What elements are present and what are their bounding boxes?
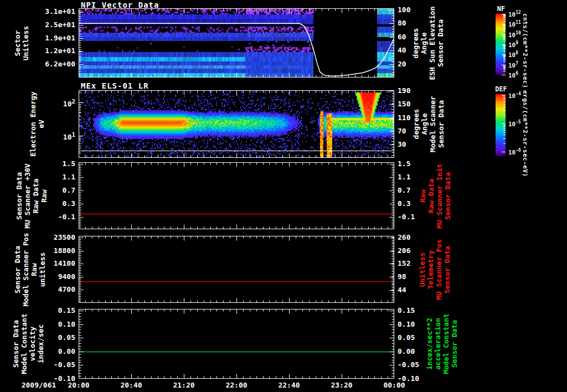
panel4-right-axis-label: Unitless Telemetry MU Scanner Pos Sensor… — [419, 239, 452, 300]
x-tick-label: 21:20 — [166, 381, 202, 389]
panel3-y-axis-label: Sensor Data MU Scanner +30V Raw Data Raw — [16, 163, 49, 228]
colorbar-tick-label: 107 — [508, 61, 518, 69]
y-tick-label-left: 1.2e+01 — [30, 47, 75, 55]
colorbar-tick-label: 1011 — [508, 20, 521, 28]
y-tick-label-left: -0.10 — [30, 374, 75, 383]
panel1-right-axis-label: degrees Angle ESH Sun Elevation Sensor D… — [412, 6, 445, 80]
y-tick-label-left: 3.1e+01 — [30, 7, 75, 16]
y-tick-label-right: -0.10 — [398, 374, 443, 383]
colorbar-tick-label: 1012 — [508, 10, 521, 18]
y-tick-label-left: 6.2e+00 — [30, 60, 75, 68]
model-constant-velocity-plot-canvas — [79, 309, 394, 379]
y-tick-label-left: 2.5e+01 — [30, 20, 75, 29]
colorbar-tick-label: 1010 — [508, 30, 521, 39]
nf-colorbar-units: cnts/(cm**2-sr-sec) — [522, 13, 529, 88]
def-colorbar — [496, 93, 509, 157]
panel4-y-axis-label: Sensor Data Model Scanner Pos Raw unitle… — [14, 233, 47, 306]
science-plot-screen: NPI Vector Data MEx ELS-01 LR NF DEF cnt… — [0, 0, 567, 392]
colorbar-tick-label: 10-6 — [508, 148, 521, 156]
colorbar-tick-label: 106 — [508, 71, 518, 79]
x-tick-label: 22:00 — [218, 381, 255, 389]
panel1-y-axis-label: Sector Unitless — [14, 25, 30, 60]
panel2-title: MEx ELS-01 LR — [81, 81, 149, 90]
panel2-right-axis-label: degrees Angle Model Scanner Sensor Data — [413, 96, 446, 152]
y-tick-label-right: 190 — [398, 86, 443, 95]
npi-spectrogram-canvas — [79, 8, 394, 78]
colorbar-tick-label: 10-4 — [508, 91, 521, 100]
x-tick-label: 23:20 — [323, 381, 360, 389]
colorbar-tick-label: 10-5 — [508, 120, 521, 128]
els-spectrogram-canvas — [79, 90, 394, 158]
model-scanner-pos-plot-canvas — [79, 236, 394, 303]
panel2-y-axis-label: Electron Energy eV — [29, 91, 46, 156]
y-tick-label-left: 1.9e+01 — [30, 34, 75, 42]
panel5-right-axis-label: incex/sec**2 acceleration Model Constant… — [426, 313, 459, 374]
x-tick-label: 20:40 — [113, 381, 150, 389]
nf-colorbar — [496, 13, 509, 76]
def-colorbar-units: ergs/(cm**2-sr-sec-eV) — [522, 90, 529, 177]
colorbar-tick-label: 108 — [508, 50, 518, 59]
x-tick-label: 22:40 — [271, 381, 307, 389]
mu-scanner-30v-plot-canvas — [79, 162, 394, 229]
panel3-right-axis-label: Raw Raw Data MU Scanner Init Sensor Data — [419, 163, 452, 228]
colorbar-tick-label: 109 — [508, 40, 518, 49]
panel5-y-axis-label: Sensor Data Model Constant velocity inde… — [12, 313, 45, 374]
